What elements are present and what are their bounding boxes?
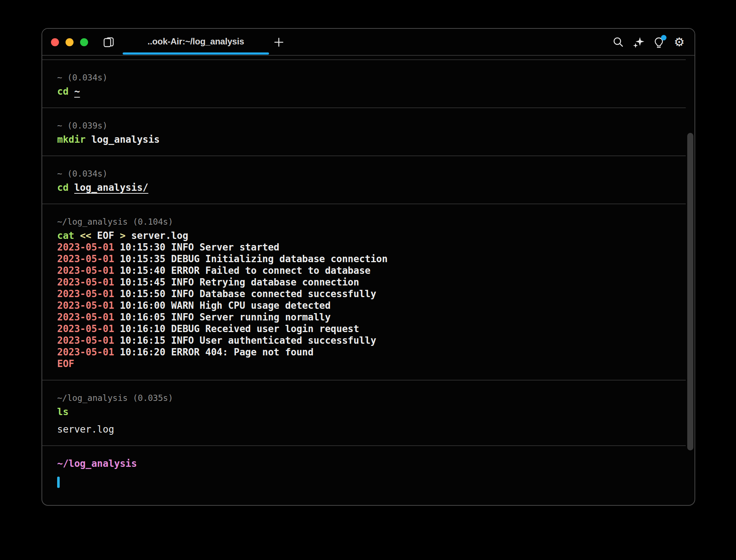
command-block[interactable]: ~/log_analysis (0.104s)cat << EOF > serv… — [57, 204, 686, 380]
command-line: 2023-05-01 10:16:05 INFO Server running … — [57, 311, 686, 323]
command-input-line[interactable] — [57, 477, 686, 488]
prompt-line: ~/log_analysis (0.035s) — [57, 392, 686, 404]
close-button[interactable] — [51, 38, 59, 46]
bulb-icon[interactable] — [653, 36, 665, 48]
sparkles-icon[interactable] — [633, 36, 644, 48]
prompt-line: ~/log_analysis (0.104s) — [57, 216, 686, 228]
command-block[interactable]: ~ (0.039s)mkdir log_analysis — [57, 108, 686, 155]
command-line: mkdir log_analysis — [57, 134, 686, 145]
command-line: ls — [57, 406, 686, 418]
command-line: 2023-05-01 10:16:15 INFO User authentica… — [57, 335, 686, 346]
traffic-lights — [51, 38, 88, 46]
text-cursor — [57, 477, 60, 488]
pages-icon[interactable] — [103, 37, 115, 48]
command-line: 2023-05-01 10:15:50 INFO Database connec… — [57, 288, 686, 300]
maximize-button[interactable] — [80, 38, 88, 46]
prompt-line: ~ (0.034s) — [57, 72, 686, 83]
command-line: 2023-05-01 10:15:35 DEBUG Initializing d… — [57, 253, 686, 265]
current-prompt: ~/log_analysis — [57, 458, 686, 469]
command-line: cat << EOF > server.log — [57, 230, 686, 241]
command-block[interactable]: ~ (0.034s)cd ~ — [57, 60, 686, 107]
command-line: 2023-05-01 10:16:00 WARN High CPU usage … — [57, 300, 686, 311]
command-line: 2023-05-01 10:16:20 ERROR 404: Page not … — [57, 346, 686, 358]
tab-bar: ..ook-Air:~/log_analysis — [42, 29, 695, 56]
notification-dot — [661, 35, 666, 40]
command-line: 2023-05-01 10:16:10 DEBUG Received user … — [57, 323, 686, 335]
output-line: server.log — [57, 423, 686, 435]
prompt-line: ~ (0.039s) — [57, 120, 686, 131]
tab-title: ..ook-Air:~/log_analysis — [123, 29, 269, 54]
minimize-button[interactable] — [66, 38, 74, 46]
current-prompt-block[interactable]: ~/log_analysis — [57, 446, 686, 498]
command-line: cd ~ — [57, 86, 686, 97]
tab-active-underline — [123, 52, 269, 55]
command-line: 2023-05-01 10:15:45 INFO Retrying databa… — [57, 276, 686, 288]
prompt-line: ~ (0.034s) — [57, 168, 686, 180]
command-block[interactable]: ~/log_analysis (0.035s)lsserver.log — [57, 380, 686, 445]
command-line: 2023-05-01 10:15:40 ERROR Failed to conn… — [57, 265, 686, 276]
tab-active[interactable]: ..ook-Air:~/log_analysis — [123, 29, 269, 56]
command-block[interactable]: ~ (0.034s)cd log_analysis/ — [57, 156, 686, 204]
command-line: 2023-05-01 10:15:30 INFO Server started — [57, 241, 686, 253]
scrollbar-thumb[interactable] — [687, 133, 693, 450]
command-line: cd log_analysis/ — [57, 182, 686, 193]
new-tab-button[interactable] — [274, 37, 284, 47]
gear-icon[interactable]: ⚙ — [673, 36, 685, 48]
search-icon[interactable] — [612, 36, 624, 48]
tabbar-actions: ⚙ — [612, 36, 685, 48]
terminal-window: ..ook-Air:~/log_analysis — [41, 28, 695, 506]
command-line: EOF — [57, 358, 686, 370]
terminal-content[interactable]: ~ (0.034s)cd ~~ (0.039s)mkdir log_analys… — [42, 56, 695, 505]
